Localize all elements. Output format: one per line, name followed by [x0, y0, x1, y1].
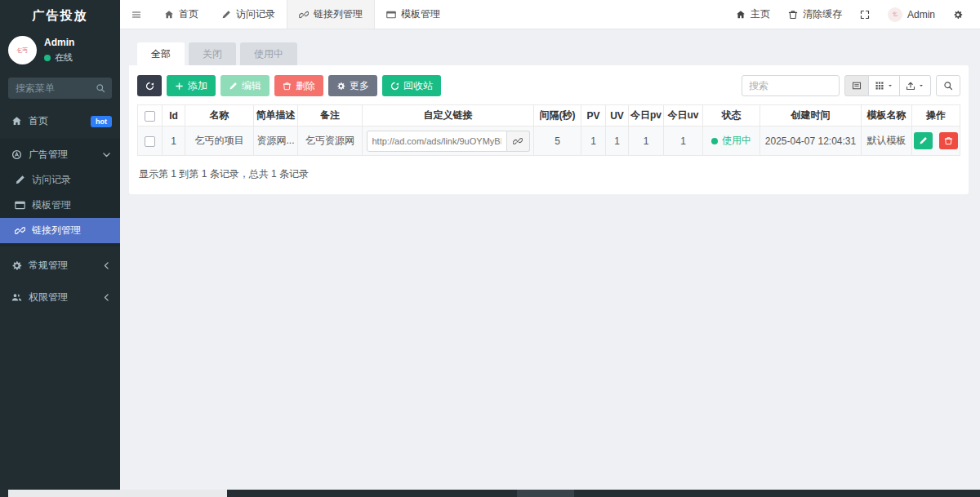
cell-note: 乞丐资源网 — [298, 126, 363, 156]
select-all-header — [138, 105, 163, 126]
nav-tab-visit-log[interactable]: 访问记录 — [210, 0, 287, 29]
online-dot-icon — [44, 55, 51, 61]
filter-tab-in-use[interactable]: 使用中 — [240, 42, 297, 65]
col-today-uv: 今日uv — [664, 105, 703, 126]
add-button[interactable]: 添加 — [167, 75, 216, 96]
col-uv: UV — [606, 105, 629, 126]
window-icon — [386, 10, 396, 20]
filter-tab-closed[interactable]: 关闭 — [189, 42, 236, 65]
record-count-text: 显示第 1 到第 1 条记录，总共 1 条记录 — [137, 167, 960, 181]
col-desc: 简单描述 — [254, 105, 298, 126]
cell-desc: 资源网... — [254, 126, 298, 156]
gear-icon — [336, 82, 345, 91]
user-status-label: 在线 — [55, 51, 73, 64]
cell-template: 默认模板 — [862, 126, 912, 156]
home-icon — [11, 116, 22, 126]
toolbar: 添加 编辑 删除 更多 — [137, 75, 960, 96]
col-note: 备注 — [298, 105, 363, 126]
user-menu[interactable]: 乞 Admin — [879, 0, 944, 29]
col-pv: PV — [581, 105, 606, 126]
sidebar-item-visit-log[interactable]: 访问记录 — [0, 167, 120, 193]
gears-icon — [11, 260, 22, 271]
search-icon — [943, 81, 953, 91]
sidebar-item-home[interactable]: 首页 hot — [0, 109, 120, 134]
chevron-left-icon — [101, 260, 112, 271]
recycle-label: 回收站 — [403, 79, 433, 93]
hot-badge: hot — [91, 116, 112, 127]
col-template: 模板名称 — [862, 105, 912, 126]
sidebar-item-general-management[interactable]: 常规管理 — [0, 253, 120, 278]
filter-tab-all[interactable]: 全部 — [137, 42, 185, 65]
select-all-checkbox[interactable] — [145, 111, 155, 122]
nav-home-button[interactable]: 主页 — [727, 0, 779, 29]
nav-home-label: 主页 — [751, 7, 770, 21]
app-window: 广告投放 乞丐 Admin 在线 首页 hot 广告管理 — [0, 0, 980, 497]
table-search-input[interactable] — [742, 75, 840, 96]
main-content: 全部 关闭 使用中 添加 编辑 — [120, 29, 980, 490]
col-custom-link: 自定义链接 — [363, 105, 534, 126]
trash-icon — [944, 136, 953, 145]
sidebar-search — [8, 78, 112, 99]
export-icon — [906, 81, 915, 91]
sidebar-item-ad-management[interactable]: 广告管理 — [0, 142, 120, 167]
row-checkbox[interactable] — [145, 136, 155, 147]
detail-view-button[interactable] — [844, 75, 869, 96]
view-buttons — [844, 75, 931, 96]
sidebar-item-permission-management[interactable]: 权限管理 — [0, 285, 120, 310]
caret-down-icon — [887, 82, 893, 89]
home-icon — [736, 10, 746, 20]
avatar: 乞丐 — [8, 36, 37, 64]
brand-title: 广告投放 — [0, 0, 120, 31]
fullscreen-icon — [860, 10, 870, 20]
clear-cache-button[interactable]: 清除缓存 — [779, 0, 851, 29]
fullscreen-button[interactable] — [851, 0, 879, 29]
sidebar-item-label: 访问记录 — [32, 173, 112, 187]
row-delete-button[interactable] — [939, 132, 958, 149]
clear-cache-label: 清除缓存 — [803, 7, 842, 21]
more-button[interactable]: 更多 — [328, 75, 377, 96]
pencil-icon — [15, 175, 25, 185]
search-icon — [96, 83, 105, 93]
recycle-icon — [390, 82, 399, 91]
custom-link-input[interactable] — [367, 131, 507, 152]
card-view-icon — [852, 81, 862, 91]
nav-tab-template-management[interactable]: 模板管理 — [375, 0, 452, 29]
cell-interval: 5 — [534, 126, 581, 156]
nav-tab-label: 模板管理 — [401, 7, 440, 21]
pencil-icon — [919, 136, 928, 145]
delete-button[interactable]: 删除 — [274, 75, 323, 96]
recycle-bin-button[interactable]: 回收站 — [382, 75, 441, 96]
edit-button[interactable]: 编辑 — [220, 75, 270, 96]
columns-button[interactable] — [869, 75, 900, 96]
grid-icon — [875, 81, 884, 91]
sidebar-item-template-management[interactable]: 模板管理 — [0, 193, 120, 218]
table-panel: 添加 编辑 删除 更多 — [129, 65, 969, 194]
row-edit-button[interactable] — [914, 132, 933, 149]
sidebar-item-link-management[interactable]: 链接列管理 — [0, 218, 120, 243]
nav-tab-label: 链接列管理 — [314, 7, 363, 21]
cell-id: 1 — [163, 126, 185, 156]
col-name: 名称 — [185, 105, 254, 126]
nav-tab-home[interactable]: 首页 — [153, 0, 210, 29]
horizontal-scrollbar[interactable] — [0, 490, 980, 497]
scrollbar-track-patch — [517, 490, 574, 497]
sidebar-toggle-button[interactable] — [120, 0, 153, 29]
mini-avatar: 乞 — [888, 7, 902, 22]
cell-actions — [912, 126, 960, 156]
link-icon — [513, 136, 523, 146]
cell-created: 2025-04-07 12:04:31 — [760, 126, 862, 156]
copy-link-button[interactable] — [507, 131, 530, 152]
export-button[interactable] — [900, 75, 931, 96]
scrollbar-thumb[interactable] — [8, 490, 227, 497]
sidebar-item-label: 首页 — [29, 114, 84, 128]
sidebar: 广告投放 乞丐 Admin 在线 首页 hot 广告管理 — [0, 0, 120, 490]
refresh-button[interactable] — [137, 75, 162, 96]
add-label: 添加 — [188, 79, 207, 93]
nav-tab-link-management[interactable]: 链接列管理 — [287, 0, 375, 29]
top-navbar: 首页 访问记录 链接列管理 模板管理 主页 清除缓存 — [120, 0, 980, 29]
avatar-text: 乞丐 — [17, 47, 29, 53]
search-button[interactable] — [936, 75, 960, 96]
edit-label: 编辑 — [242, 79, 261, 93]
settings-button[interactable] — [944, 0, 972, 29]
sidebar-item-label: 模板管理 — [32, 198, 112, 212]
